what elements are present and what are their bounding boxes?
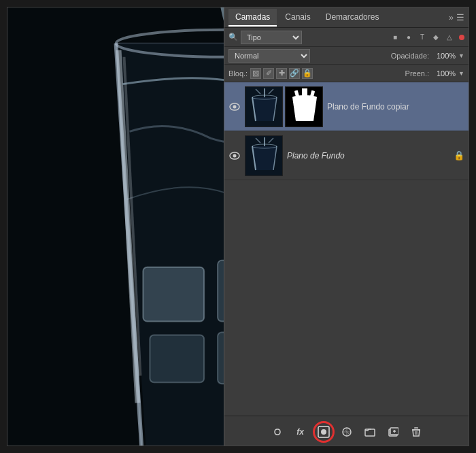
image-filter-icon[interactable]: ■: [390, 32, 401, 43]
layer-lock-icon: 🔒: [454, 150, 464, 161]
blend-row: Normal Multiplicar Tela Sobrepor Opacida…: [224, 47, 469, 65]
panel-tabs: Camadas Canais Demarcadores » ☰: [224, 7, 469, 28]
tab-camadas[interactable]: Camadas: [228, 9, 277, 27]
layer-thumb-base-color[interactable]: [245, 135, 283, 176]
lock-checkerboard-icon[interactable]: ▧: [250, 68, 261, 79]
main-container: Camadas Canais Demarcadores » ☰ 🔍 Tipo N…: [7, 7, 469, 446]
layers-list: Plano de Fundo copiar: [224, 82, 469, 416]
filter-row: 🔍 Tipo Nome Efeito ■ ● T ◆ △: [224, 28, 469, 47]
preen-dropdown-icon[interactable]: ▼: [458, 70, 464, 77]
lock-all-icon[interactable]: 🔒: [302, 68, 313, 79]
add-mask-button[interactable]: [315, 423, 333, 441]
layer-thumbs-copy: [245, 86, 323, 127]
new-layer-button[interactable]: [384, 423, 402, 441]
tab-canais[interactable]: Canais: [278, 9, 317, 27]
svg-point-20: [233, 105, 237, 108]
lock-move-icon[interactable]: ✚: [276, 68, 287, 79]
tab-demarcadores[interactable]: Demarcadores: [319, 9, 386, 27]
layer-thumb-color[interactable]: [245, 86, 283, 127]
filter-icons: ■ ● T ◆ △: [390, 32, 464, 43]
layer-name-copy: Plano de Fundo copiar: [327, 102, 464, 112]
svg-point-39: [321, 429, 326, 435]
layers-spacer: [224, 180, 469, 235]
svg-rect-14: [150, 335, 204, 383]
fx-button[interactable]: fx: [292, 423, 309, 441]
layer-name-base: Plano de Fundo: [287, 151, 449, 161]
delete-layer-button[interactable]: [407, 423, 425, 441]
lock-artboard-icon[interactable]: 🔗: [289, 68, 300, 79]
preen-value[interactable]: 100%: [432, 69, 456, 78]
lock-icons: ▧ ✐ ✚ 🔗 🔒: [250, 68, 313, 79]
lock-brush-icon[interactable]: ✐: [263, 68, 274, 79]
panel-toolbar: fx: [224, 416, 469, 446]
lock-label: Bloq.:: [228, 69, 248, 78]
link-layers-button[interactable]: [269, 423, 286, 441]
filter-active-indicator: [459, 35, 464, 40]
text-filter-icon[interactable]: T: [417, 32, 428, 43]
tipo-select[interactable]: Tipo Nome Efeito: [241, 31, 302, 44]
lock-row: Bloq.: ▧ ✐ ✚ 🔗 🔒 Preen.: 100% ▼: [224, 65, 469, 82]
svg-point-32: [233, 154, 237, 157]
layer-visibility-copy[interactable]: [228, 103, 241, 111]
expand-icon[interactable]: »: [449, 12, 454, 22]
opacity-value[interactable]: 100%: [432, 52, 456, 60]
svg-rect-12: [143, 267, 204, 322]
layer-thumb-mask[interactable]: [285, 86, 323, 127]
new-group-button[interactable]: [361, 423, 379, 441]
circle-filter-icon[interactable]: ●: [403, 32, 414, 43]
layers-panel: Camadas Canais Demarcadores » ☰ 🔍 Tipo N…: [224, 7, 469, 446]
blend-mode-select[interactable]: Normal Multiplicar Tela Sobrepor: [228, 49, 310, 63]
layer-row-copy[interactable]: Plano de Fundo copiar: [224, 82, 469, 131]
svg-point-30: [292, 95, 317, 99]
preen-label: Preen.:: [405, 69, 429, 78]
opacity-dropdown-icon[interactable]: ▼: [458, 52, 464, 59]
opacity-label: Opacidade:: [391, 52, 429, 60]
layer-thumbs-base: [245, 135, 283, 176]
adjust-filter-icon[interactable]: △: [444, 32, 455, 43]
menu-icon[interactable]: ☰: [456, 12, 464, 22]
search-icon: 🔍: [228, 33, 238, 41]
layer-row-base[interactable]: Plano de Fundo 🔒: [224, 131, 469, 180]
shape-filter-icon[interactable]: ◆: [430, 32, 441, 43]
adjustment-button[interactable]: [338, 423, 356, 441]
layer-visibility-base[interactable]: [228, 152, 241, 160]
